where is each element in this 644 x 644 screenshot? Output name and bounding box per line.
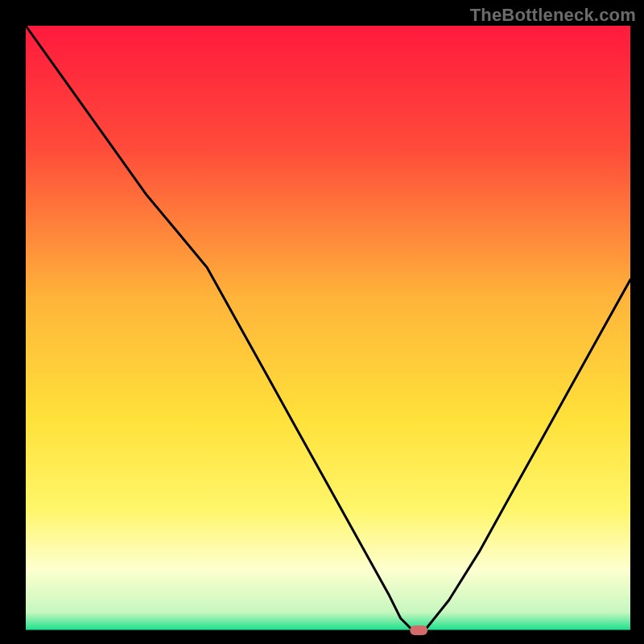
chart-svg (0, 0, 644, 644)
plot-background (26, 26, 630, 630)
chart-root: TheBottleneck.com (0, 0, 644, 644)
optimal-marker (410, 625, 427, 635)
watermark-text: TheBottleneck.com (470, 5, 636, 26)
